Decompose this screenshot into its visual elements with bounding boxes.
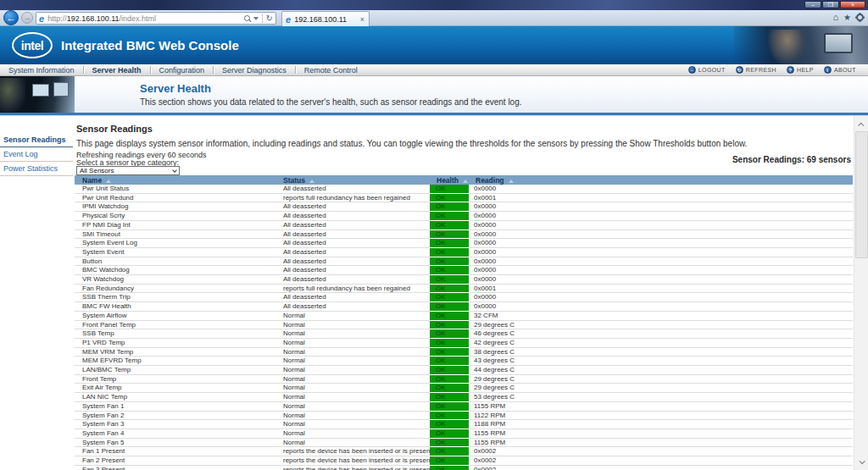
sensor-reading: 0x0000 bbox=[469, 266, 853, 275]
health-ok-cell: OK bbox=[430, 411, 469, 420]
sensor-status: All deasserted bbox=[276, 185, 430, 193]
table-row: LAN/BMC Temp Normal OK 44 degrees C bbox=[75, 366, 853, 375]
menu-server-diagnostics[interactable]: Server Diagnostics bbox=[214, 66, 295, 75]
table-row: Pwr Unit Status All deasserted OK 0x0000 bbox=[75, 185, 853, 193]
sidebar-item-event-log[interactable]: Event Log bbox=[0, 147, 73, 162]
selected-category: All Sensors bbox=[80, 167, 173, 174]
window-titlebar: – ❐ × bbox=[0, 0, 868, 10]
sensor-name: Fan Redundancy bbox=[75, 284, 276, 293]
tab-favicon: e bbox=[286, 14, 291, 25]
column-header-status[interactable]: Status bbox=[276, 175, 430, 185]
menu-server-health[interactable]: Server Health bbox=[84, 66, 150, 75]
search-icon[interactable] bbox=[244, 15, 250, 21]
table-row: System Event All deasserted OK 0x0000 bbox=[75, 247, 853, 257]
app-header: intel Integrated BMC Web Console bbox=[0, 26, 868, 64]
refresh-button[interactable]: ↻ REFRESH bbox=[736, 66, 776, 74]
sensor-status: Normal bbox=[276, 384, 430, 393]
chevron-down-icon bbox=[172, 168, 177, 173]
table-row: BMC FW Health All deasserted OK 0x0000 bbox=[75, 302, 853, 312]
sensor-status: reports full redundancy has been regaine… bbox=[276, 193, 430, 202]
column-header-health[interactable]: Health bbox=[430, 175, 469, 185]
sensor-status: All deasserted bbox=[276, 257, 430, 266]
sensor-count: Sensor Readings: 69 sensors bbox=[732, 155, 851, 164]
intel-logo: intel bbox=[12, 32, 53, 58]
health-ok-cell: OK bbox=[430, 202, 469, 212]
health-ok-cell: OK bbox=[430, 357, 469, 366]
table-row: Front Temp Normal OK 29 degrees C bbox=[75, 374, 853, 384]
sensor-reading: 0x0000 bbox=[469, 293, 853, 302]
scroll-down-arrow[interactable] bbox=[854, 455, 868, 468]
sensor-status: reports the device has been inserted or … bbox=[276, 456, 430, 466]
vertical-scrollbar[interactable] bbox=[854, 116, 868, 470]
main-menu: System Information Server Health Configu… bbox=[0, 64, 868, 76]
sensor-category-select[interactable]: All Sensors bbox=[76, 166, 180, 175]
sensor-name: System Fan 5 bbox=[75, 438, 276, 447]
header-photo-person bbox=[768, 30, 807, 64]
table-row: FP NMI Diag Int All deasserted OK 0x0000 bbox=[75, 220, 853, 229]
table-row: System Fan 2 Normal OK 1122 RPM bbox=[75, 411, 853, 420]
sidebar: Sensor Readings Event Log Power Statisti… bbox=[0, 116, 73, 176]
close-button[interactable]: × bbox=[840, 1, 865, 8]
main-panel: Sensor Readings This page displays syste… bbox=[75, 116, 853, 470]
address-bar[interactable]: e http://192.168.100.11/index.html ↻ bbox=[36, 12, 276, 25]
help-button[interactable]: ? HELP bbox=[787, 66, 814, 74]
sensor-reading: 0x0002 bbox=[469, 465, 853, 470]
banner-photo-monitor bbox=[53, 82, 69, 97]
gear-icon[interactable] bbox=[856, 14, 864, 21]
sensor-name: Button bbox=[75, 257, 276, 266]
page-title: Sensor Readings bbox=[76, 124, 153, 134]
health-ok-cell: OK bbox=[430, 266, 469, 275]
table-row: Pwr Unit Redund reports full redundancy … bbox=[75, 193, 853, 202]
browser-tab[interactable]: e 192.168.100.11 × bbox=[281, 11, 370, 26]
health-ok-cell: OK bbox=[430, 311, 469, 320]
column-header-name[interactable]: Name bbox=[75, 175, 276, 185]
column-header-reading[interactable]: Reading bbox=[469, 175, 853, 185]
browser-back-button[interactable]: ← bbox=[3, 10, 19, 25]
refresh-icon[interactable]: ↻ bbox=[266, 14, 273, 23]
minimize-button[interactable]: – bbox=[804, 1, 821, 8]
table-row: Fan Redundancy reports full redundancy h… bbox=[75, 284, 853, 293]
health-ok-cell: OK bbox=[430, 229, 469, 239]
about-button[interactable]: i ABOUT bbox=[824, 66, 856, 74]
scroll-up-arrow[interactable] bbox=[854, 118, 868, 131]
health-ok-cell: OK bbox=[430, 239, 469, 248]
table-row: System Fan 3 Normal OK 1188 RPM bbox=[75, 420, 853, 429]
favorites-star-icon[interactable]: ★ bbox=[843, 13, 851, 22]
sidebar-item-power-statistics[interactable]: Power Statistics bbox=[0, 162, 73, 176]
health-ok-cell: OK bbox=[430, 193, 469, 202]
browser-forward-button[interactable]: → bbox=[21, 12, 33, 24]
page-favicon: e bbox=[39, 14, 44, 24]
home-icon[interactable]: ⌂ bbox=[832, 13, 838, 22]
table-row: Button All deasserted OK 0x0000 bbox=[75, 257, 853, 266]
sensor-status: All deasserted bbox=[276, 239, 430, 248]
table-row: Fan 2 Present reports the device has bee… bbox=[75, 456, 853, 466]
tab-close-icon[interactable]: × bbox=[359, 15, 365, 24]
maximize-button[interactable]: ❐ bbox=[822, 1, 839, 8]
health-ok-cell: OK bbox=[430, 185, 469, 193]
section-title: Server Health bbox=[140, 82, 522, 95]
table-row: MEM VRM Temp Normal OK 38 degrees C bbox=[75, 347, 853, 357]
sensor-reading: 1155 RPM bbox=[469, 429, 853, 438]
help-label: HELP bbox=[797, 67, 814, 73]
menu-remote-control[interactable]: Remote Control bbox=[296, 66, 366, 75]
sensor-reading: 0x0000 bbox=[469, 302, 853, 312]
sensor-name: System Fan 3 bbox=[75, 420, 276, 429]
autocomplete-dropdown-icon[interactable] bbox=[253, 17, 259, 20]
sidebar-item-sensor-readings[interactable]: Sensor Readings bbox=[0, 133, 73, 147]
sensor-reading: 44 degrees C bbox=[469, 366, 853, 375]
window-controls: – ❐ × bbox=[804, 1, 865, 8]
sensor-status: All deasserted bbox=[276, 293, 430, 302]
table-row: MEM EFVRD Temp Normal OK 43 degrees C bbox=[75, 357, 853, 366]
sensor-name: BMC Watchdog bbox=[75, 266, 276, 275]
sort-icon bbox=[106, 180, 111, 183]
sensor-name: Fan 2 Present bbox=[75, 456, 276, 466]
section-description: This section shows you data related to t… bbox=[140, 97, 522, 107]
menu-configuration[interactable]: Configuration bbox=[151, 66, 214, 75]
sensor-name: System Fan 1 bbox=[75, 401, 276, 411]
health-ok-cell: OK bbox=[430, 374, 469, 384]
sensor-reading: 43 degrees C bbox=[469, 357, 853, 366]
menu-system-information[interactable]: System Information bbox=[0, 66, 83, 75]
sensor-status: Normal bbox=[276, 438, 430, 447]
logout-button[interactable]: → LOGOUT bbox=[688, 66, 726, 74]
scrollbar-thumb[interactable] bbox=[855, 131, 868, 258]
